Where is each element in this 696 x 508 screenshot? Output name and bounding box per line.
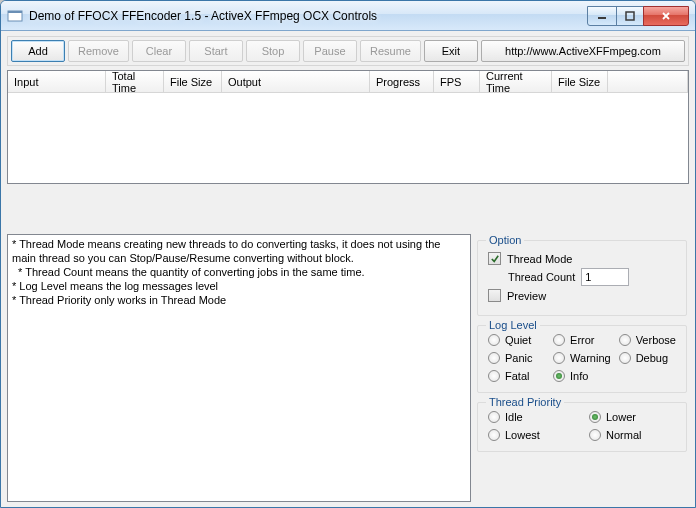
lower-panel: * Thread Mode means creating new threads… bbox=[7, 234, 689, 502]
radio-panic[interactable] bbox=[488, 352, 500, 364]
toolbar: Add Remove Clear Start Stop Pause Resume… bbox=[7, 36, 689, 66]
radio-fatal[interactable] bbox=[488, 370, 500, 382]
clear-button[interactable]: Clear bbox=[132, 40, 186, 62]
titlebar[interactable]: Demo of FFOCX FFEncoder 1.5 - ActiveX FF… bbox=[1, 1, 695, 31]
svg-rect-2 bbox=[598, 17, 606, 19]
radio-label: Normal bbox=[606, 429, 641, 441]
log-line: * Log Level means the log messages level bbox=[12, 279, 466, 293]
side-options: Option Thread Mode Thread Count Preview bbox=[477, 234, 687, 502]
option-group: Option Thread Mode Thread Count Preview bbox=[477, 240, 687, 316]
app-icon bbox=[7, 8, 23, 24]
grid-col-header[interactable]: Input bbox=[8, 71, 106, 92]
start-button[interactable]: Start bbox=[189, 40, 243, 62]
grid-col-header[interactable]: File Size bbox=[552, 71, 608, 92]
loglevel-group: Log Level Quiet Error Verbose Panic Warn… bbox=[477, 325, 687, 393]
pause-button[interactable]: Pause bbox=[303, 40, 357, 62]
group-title: Log Level bbox=[486, 319, 540, 331]
grid-col-header[interactable]: Progress bbox=[370, 71, 434, 92]
jobs-grid[interactable]: InputTotal TimeFile SizeOutputProgressFP… bbox=[7, 70, 689, 184]
thread-mode-label: Thread Mode bbox=[507, 253, 572, 265]
radio-normal[interactable] bbox=[589, 429, 601, 441]
add-button[interactable]: Add bbox=[11, 40, 65, 62]
resume-button[interactable]: Resume bbox=[360, 40, 421, 62]
window: Demo of FFOCX FFEncoder 1.5 - ActiveX FF… bbox=[0, 0, 696, 508]
radio-quiet[interactable] bbox=[488, 334, 500, 346]
radio-label: Verbose bbox=[636, 334, 676, 346]
grid-col-header[interactable] bbox=[608, 71, 688, 92]
remove-button[interactable]: Remove bbox=[68, 40, 129, 62]
svg-rect-1 bbox=[8, 11, 22, 13]
radio-lower[interactable] bbox=[589, 411, 601, 423]
log-line: * Thread Mode means creating new threads… bbox=[12, 237, 466, 251]
radio-lowest[interactable] bbox=[488, 429, 500, 441]
grid-col-header[interactable]: FPS bbox=[434, 71, 480, 92]
radio-idle[interactable] bbox=[488, 411, 500, 423]
log-line: main thread so you can Stop/Pause/Resume… bbox=[12, 251, 466, 265]
radio-label: Error bbox=[570, 334, 594, 346]
group-title: Option bbox=[486, 234, 524, 246]
website-link-button[interactable]: http://www.ActiveXFFmpeg.com bbox=[481, 40, 685, 62]
stop-button[interactable]: Stop bbox=[246, 40, 300, 62]
grid-header: InputTotal TimeFile SizeOutputProgressFP… bbox=[8, 71, 688, 93]
radio-label: Quiet bbox=[505, 334, 531, 346]
thread-mode-checkbox[interactable] bbox=[488, 252, 501, 265]
minimize-button[interactable] bbox=[587, 6, 617, 26]
radio-label: Lower bbox=[606, 411, 636, 423]
radio-warning[interactable] bbox=[553, 352, 565, 364]
log-line: * Thread Priority only works in Thread M… bbox=[12, 293, 466, 307]
radio-verbose[interactable] bbox=[619, 334, 631, 346]
radio-label: Info bbox=[570, 370, 588, 382]
grid-col-header[interactable]: File Size bbox=[164, 71, 222, 92]
grid-body[interactable] bbox=[8, 93, 688, 183]
radio-label: Lowest bbox=[505, 429, 540, 441]
thread-count-label: Thread Count bbox=[508, 271, 575, 283]
radio-info[interactable] bbox=[553, 370, 565, 382]
spacer bbox=[7, 188, 689, 230]
group-title: Thread Priority bbox=[486, 396, 564, 408]
priority-group: Thread Priority Idle Lower Lowest Normal bbox=[477, 402, 687, 452]
radio-error[interactable] bbox=[553, 334, 565, 346]
preview-checkbox[interactable] bbox=[488, 289, 501, 302]
radio-label: Warning bbox=[570, 352, 611, 364]
grid-col-header[interactable]: Total Time bbox=[106, 71, 164, 92]
preview-label: Preview bbox=[507, 290, 546, 302]
client-area: Add Remove Clear Start Stop Pause Resume… bbox=[1, 31, 695, 507]
grid-col-header[interactable]: Output bbox=[222, 71, 370, 92]
log-textarea[interactable]: * Thread Mode means creating new threads… bbox=[7, 234, 471, 502]
radio-label: Idle bbox=[505, 411, 523, 423]
radio-label: Debug bbox=[636, 352, 668, 364]
radio-debug[interactable] bbox=[619, 352, 631, 364]
log-line: * Thread Count means the quantity of con… bbox=[12, 265, 466, 279]
window-buttons bbox=[588, 6, 689, 26]
maximize-button[interactable] bbox=[616, 6, 644, 26]
radio-label: Fatal bbox=[505, 370, 529, 382]
radio-label: Panic bbox=[505, 352, 533, 364]
exit-button[interactable]: Exit bbox=[424, 40, 478, 62]
thread-count-input[interactable] bbox=[581, 268, 629, 286]
window-title: Demo of FFOCX FFEncoder 1.5 - ActiveX FF… bbox=[29, 9, 588, 23]
grid-col-header[interactable]: Current Time bbox=[480, 71, 552, 92]
svg-rect-3 bbox=[626, 12, 634, 20]
close-button[interactable] bbox=[643, 6, 689, 26]
